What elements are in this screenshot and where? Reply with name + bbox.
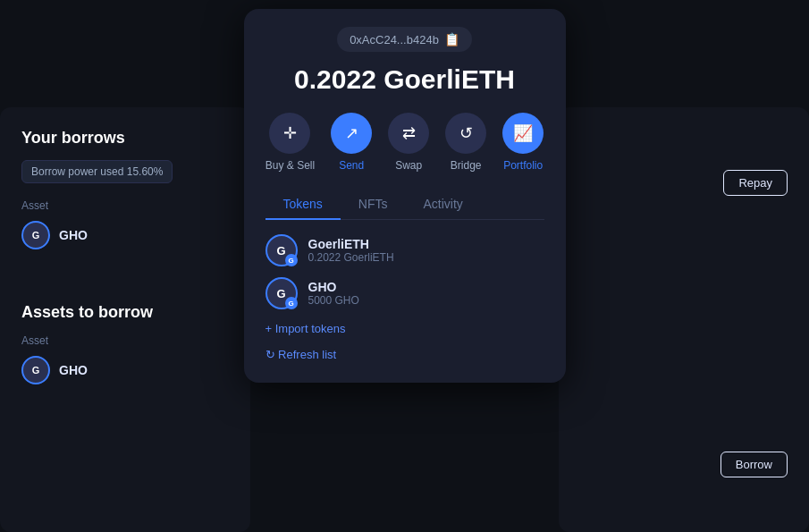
borrow-asset2-letter: G bbox=[32, 365, 40, 376]
wallet-overlay: 0xAcC24...b424b 📋 0.2022 GoerliETH ✛ Buy… bbox=[244, 9, 566, 383]
import-tokens-row[interactable]: + Import tokens bbox=[265, 322, 544, 335]
borrow-asset2-name: GHO bbox=[59, 363, 88, 377]
action-buttons: ✛ Buy & Sell ↗ Send ⇄ Swap ↺ Bridge 📈 Po… bbox=[265, 113, 544, 172]
swap-label: Swap bbox=[395, 159, 422, 172]
borrows-title: Your borrows bbox=[21, 129, 229, 148]
gho-badge: G bbox=[285, 297, 298, 309]
repay-button[interactable]: Repay bbox=[723, 170, 788, 196]
address-pill[interactable]: 0xAcC24...b424b 📋 bbox=[337, 27, 472, 52]
borrow-asset-avatar: G bbox=[21, 221, 50, 249]
tab-nfts[interactable]: NFTs bbox=[341, 190, 406, 220]
asset-col-label-borrow2: Asset bbox=[21, 334, 229, 347]
token-row-goerlieth: G G GoerliETH 0.2022 GoerliETH bbox=[265, 234, 544, 266]
borrow-asset-letter: G bbox=[32, 230, 40, 241]
copy-icon[interactable]: 📋 bbox=[444, 32, 459, 46]
swap-icon: ⇄ bbox=[388, 113, 429, 154]
gho-info: GHO 5000 GHO bbox=[308, 280, 544, 307]
address-section: 0xAcC24...b424b 📋 bbox=[265, 27, 544, 52]
balance-display: 0.2022 GoerliETH bbox=[265, 64, 544, 95]
bridge-label: Bridge bbox=[451, 159, 482, 172]
action-swap[interactable]: ⇄ Swap bbox=[388, 113, 429, 172]
goerlieth-name: GoerliETH bbox=[308, 237, 544, 251]
asset-col-label-borrows: Asset bbox=[21, 199, 229, 212]
buy-sell-icon: ✛ bbox=[269, 113, 310, 154]
tab-bar: Tokens NFTs Activity bbox=[265, 190, 544, 220]
import-tokens-label: + Import tokens bbox=[265, 322, 346, 335]
buy-sell-label: Buy & Sell bbox=[265, 159, 315, 172]
refresh-list-row[interactable]: ↻ Refresh list bbox=[265, 348, 544, 361]
action-buy-sell[interactable]: ✛ Buy & Sell bbox=[265, 113, 315, 172]
borrow-asset2-avatar: G bbox=[21, 356, 50, 384]
gho-amount: 5000 GHO bbox=[308, 294, 544, 307]
tab-activity[interactable]: Activity bbox=[406, 190, 481, 220]
portfolio-icon: 📈 bbox=[502, 113, 544, 154]
borrow-power-badge: Borrow power used 15.60% bbox=[21, 160, 173, 183]
token-row-gho: G G GHO 5000 GHO bbox=[265, 277, 544, 309]
borrow-asset-row: G GHO bbox=[21, 221, 229, 249]
action-portfolio[interactable]: 📈 Portfolio bbox=[502, 113, 544, 172]
send-icon: ↗ bbox=[331, 113, 372, 154]
tab-tokens[interactable]: Tokens bbox=[265, 190, 341, 220]
token-list: G G GoerliETH 0.2022 GoerliETH G G GHO 5… bbox=[265, 234, 544, 309]
borrow-button[interactable]: Borrow bbox=[721, 452, 788, 477]
goerlieth-info: GoerliETH 0.2022 GoerliETH bbox=[308, 237, 544, 264]
bridge-icon: ↺ bbox=[445, 113, 486, 154]
refresh-list-label: ↻ Refresh list bbox=[265, 348, 337, 361]
address-text: 0xAcC24...b424b bbox=[350, 33, 439, 46]
portfolio-label: Portfolio bbox=[503, 159, 543, 172]
assets-to-borrow-title: Assets to borrow bbox=[21, 303, 229, 322]
send-label: Send bbox=[339, 159, 364, 172]
borrow-asset2-row: G GHO bbox=[21, 356, 229, 384]
left-panel: Your borrows Borrow power used 15.60% As… bbox=[0, 107, 250, 532]
gho-name: GHO bbox=[308, 280, 544, 294]
goerlieth-badge: G bbox=[285, 254, 298, 266]
gho-avatar: G G bbox=[265, 277, 298, 309]
goerlieth-amount: 0.2022 GoerliETH bbox=[308, 251, 544, 264]
borrow-asset-name: GHO bbox=[59, 228, 88, 242]
action-bridge[interactable]: ↺ Bridge bbox=[445, 113, 486, 172]
action-send[interactable]: ↗ Send bbox=[331, 113, 372, 172]
goerlieth-avatar: G G bbox=[265, 234, 298, 266]
